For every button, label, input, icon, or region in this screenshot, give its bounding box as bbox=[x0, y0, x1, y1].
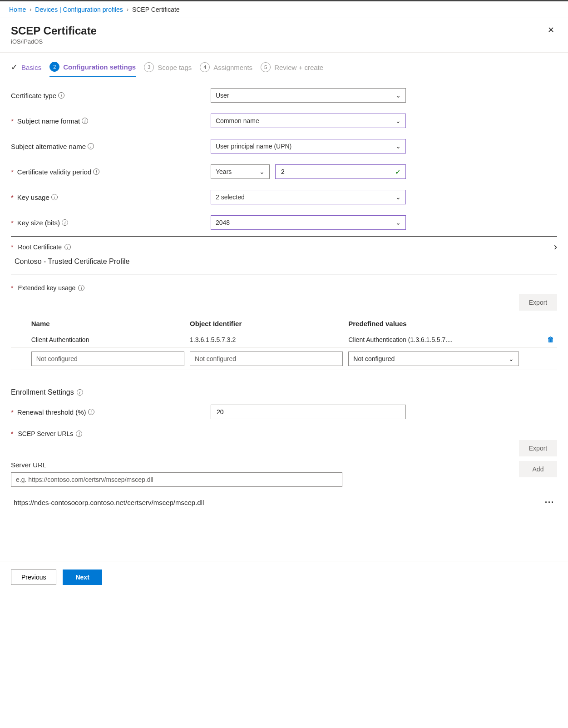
info-icon[interactable]: i bbox=[78, 285, 84, 291]
label-cert-type: Certificate type bbox=[11, 92, 56, 99]
more-icon[interactable]: ··· bbox=[545, 498, 554, 507]
breadcrumb-current: SCEP Certificate bbox=[132, 6, 180, 13]
eku-row: Client Authentication 1.3.6.1.5.5.7.3.2 … bbox=[11, 332, 557, 348]
chevron-right-icon: › bbox=[30, 6, 31, 13]
chevron-down-icon: ⌄ bbox=[509, 355, 514, 362]
label-enrollment: Enrollment Settings bbox=[11, 388, 74, 396]
label-scep-urls: SCEP Server URLs bbox=[18, 430, 73, 437]
breadcrumb-home[interactable]: Home bbox=[9, 6, 26, 13]
breadcrumb: Home › Devices | Configuration profiles … bbox=[0, 1, 568, 18]
info-icon[interactable]: i bbox=[76, 431, 82, 437]
chevron-down-icon: ⌄ bbox=[395, 92, 401, 99]
wizard-step-assignments[interactable]: 4 Assignments bbox=[200, 62, 252, 77]
info-icon[interactable]: i bbox=[62, 219, 68, 226]
chevron-right-icon: › bbox=[127, 6, 128, 13]
close-button[interactable]: ✕ bbox=[545, 25, 557, 35]
label-validity: Certificate validity period bbox=[17, 168, 91, 176]
info-icon[interactable]: i bbox=[64, 244, 71, 250]
san-select[interactable]: User principal name (UPN) ⌄ bbox=[211, 139, 406, 154]
info-icon[interactable]: i bbox=[82, 118, 88, 124]
info-icon[interactable]: i bbox=[88, 409, 94, 415]
page-title: SCEP Certificate bbox=[11, 25, 557, 37]
chevron-down-icon: ⌄ bbox=[395, 219, 401, 226]
info-icon[interactable]: i bbox=[51, 194, 58, 200]
scep-url-item: https://ndes-contosocorp.contoso.net/cer… bbox=[11, 491, 557, 514]
label-key-size: Key size (bits) bbox=[17, 219, 60, 227]
key-size-select[interactable]: 2048 ⌄ bbox=[211, 215, 406, 230]
add-url-button[interactable]: Add bbox=[519, 461, 557, 477]
label-key-usage: Key usage bbox=[17, 193, 49, 201]
next-button[interactable]: Next bbox=[63, 570, 102, 585]
previous-button[interactable]: Previous bbox=[11, 570, 56, 585]
delete-icon[interactable]: 🗑 bbox=[547, 336, 554, 343]
label-root-cert: Root Certificate bbox=[18, 243, 61, 251]
label-renewal: Renewal threshold (%) bbox=[17, 408, 86, 416]
server-url-input[interactable] bbox=[11, 472, 342, 487]
eku-oid-input[interactable] bbox=[190, 352, 343, 366]
label-san: Subject alternative name bbox=[11, 143, 86, 150]
cert-type-select[interactable]: User ⌄ bbox=[211, 88, 406, 103]
label-server-url: Server URL bbox=[11, 461, 342, 469]
breadcrumb-devices[interactable]: Devices | Configuration profiles bbox=[35, 6, 123, 13]
label-subject-name-format: Subject name format bbox=[17, 117, 80, 125]
col-predef: Predefined values bbox=[346, 315, 522, 332]
validity-unit-select[interactable]: Years ⌄ bbox=[211, 164, 270, 179]
chevron-down-icon: ⌄ bbox=[395, 117, 401, 124]
label-eku: Extended key usage bbox=[18, 284, 75, 292]
wizard-steps: ✓ Basics 2 Configuration settings 3 Scop… bbox=[11, 53, 557, 77]
info-icon[interactable]: i bbox=[93, 168, 99, 175]
chevron-right-icon[interactable]: › bbox=[554, 241, 557, 253]
col-oid: Object Identifier bbox=[187, 315, 346, 332]
scep-export-button[interactable]: Export bbox=[519, 440, 557, 456]
chevron-down-icon: ⌄ bbox=[395, 143, 401, 150]
info-icon[interactable]: i bbox=[58, 92, 64, 99]
checkmark-icon: ✓ bbox=[11, 62, 18, 72]
wizard-step-review[interactable]: 5 Review + create bbox=[261, 62, 323, 77]
chevron-down-icon: ⌄ bbox=[259, 168, 265, 175]
eku-export-button[interactable]: Export bbox=[519, 294, 557, 311]
eku-new-row: Not configured ⌄ bbox=[11, 348, 557, 370]
subject-name-format-select[interactable]: Common name ⌄ bbox=[211, 114, 406, 128]
eku-grid: Name Object Identifier Predefined values… bbox=[11, 315, 557, 370]
root-cert-value: Contoso - Trusted Certificate Profile bbox=[11, 255, 557, 270]
info-icon[interactable]: i bbox=[77, 389, 83, 396]
validity-value-input[interactable] bbox=[275, 164, 406, 179]
renewal-input[interactable] bbox=[211, 405, 406, 419]
wizard-step-config[interactable]: 2 Configuration settings bbox=[49, 62, 136, 77]
info-icon[interactable]: i bbox=[88, 143, 94, 149]
eku-name-input[interactable] bbox=[31, 352, 184, 366]
wizard-step-scope[interactable]: 3 Scope tags bbox=[144, 62, 192, 77]
chevron-down-icon: ⌄ bbox=[395, 193, 401, 201]
page-subtitle: iOS/iPadOS bbox=[11, 38, 557, 45]
eku-predef-select[interactable]: Not configured ⌄ bbox=[348, 352, 519, 366]
wizard-step-basics[interactable]: ✓ Basics bbox=[11, 62, 41, 77]
col-name: Name bbox=[29, 315, 187, 332]
key-usage-select[interactable]: 2 selected ⌄ bbox=[211, 190, 406, 204]
